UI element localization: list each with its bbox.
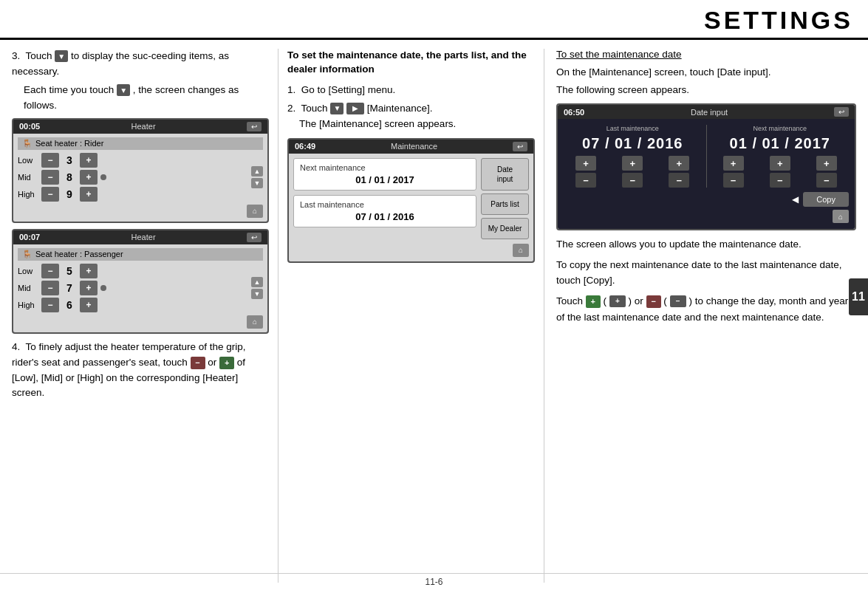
step3-text2: Each time you touch	[24, 84, 114, 95]
arrow-right-col2: ▶	[346, 103, 364, 114]
col3-para3: The screen allows you to update the main…	[556, 236, 856, 253]
last-plus-year[interactable]: +	[669, 156, 689, 171]
date-screen-header: 06:50 Date input ↩	[558, 105, 855, 119]
screen2-time: 00:07	[19, 233, 40, 241]
column-1: 3. Touch ▼ to display the suc-ceeding it…	[12, 49, 278, 583]
mid2-minus-btn[interactable]: −	[41, 281, 59, 295]
screen2-header: 00:07 Heater ↩	[13, 230, 267, 244]
next-plus-buttons: + + +	[711, 156, 850, 171]
date-screen-time: 06:50	[564, 108, 584, 117]
table-row: High − 9 +	[18, 187, 248, 202]
next-minus-month[interactable]: −	[770, 173, 790, 188]
plus-icon-inline: +	[586, 295, 601, 308]
date-input-screen: 06:50 Date input ↩ Last maintenance 07 /…	[556, 103, 856, 230]
footer: 11-6	[0, 573, 868, 590]
main-content: 3. Touch ▼ to display the suc-ceeding it…	[0, 40, 868, 589]
step3-num: 3. Touch	[12, 50, 55, 61]
col3-para4: To copy the next maintenance date to the…	[556, 257, 856, 289]
col2-section-title: To set the maintenance date, the parts l…	[287, 49, 535, 77]
scroll-down-btn-2[interactable]: ▼	[251, 289, 263, 299]
last-plus-month[interactable]: +	[622, 156, 643, 171]
seat-label-1: 🪑 Seat heater : Rider	[18, 137, 263, 150]
plus-box-inline: +	[609, 295, 626, 307]
col2-step1: 1. Go to [Setting] menu.	[287, 83, 535, 98]
maint-content: Next maintenance 01 / 01 / 2017 Last mai…	[293, 158, 529, 239]
column-2: To set the maintenance date, the parts l…	[278, 49, 544, 583]
copy-btn[interactable]: Copy	[803, 192, 849, 207]
low2-plus-btn[interactable]: +	[80, 264, 98, 278]
maint-home-row: ⌂	[293, 244, 529, 257]
mid-minus-btn[interactable]: −	[41, 170, 59, 185]
next-plus-year[interactable]: +	[816, 156, 837, 171]
date-input-btn[interactable]: Dateinput	[481, 158, 529, 191]
screen1-body: 🪑 Seat heater : Rider Low − 3 + Mid −	[13, 134, 267, 222]
screen1-rows-container: Low − 3 + Mid − 8 + H	[18, 153, 263, 202]
scroll-up-btn-2[interactable]: ▲	[251, 277, 263, 287]
home-btn-date[interactable]: ⌂	[833, 210, 849, 223]
next-minus-buttons: − − −	[711, 173, 850, 188]
last-maint-col: Last maintenance 07 / 01 / 2016 + + + − …	[564, 125, 702, 188]
scroll-up-btn[interactable]: ▲	[251, 166, 263, 176]
down-arrow-icon-2: ▼	[117, 84, 130, 96]
maint-boxes: Next maintenance 01 / 01 / 2017 Last mai…	[293, 158, 476, 239]
next-minus-year[interactable]: −	[816, 173, 837, 188]
page-title: SETTINGS	[15, 6, 853, 35]
screen2-rows: Low − 5 + Mid − 7 + H	[18, 264, 248, 312]
last-plus-buttons: + + +	[564, 156, 702, 171]
scroll-down-btn[interactable]: ▼	[251, 178, 263, 188]
maint-title: Maintenance	[391, 142, 437, 151]
home-btn-maint[interactable]: ⌂	[513, 244, 529, 257]
copy-row: ◀ Copy	[564, 192, 849, 207]
maint-back-icon: ↩	[513, 142, 527, 151]
high2-minus-btn[interactable]: −	[41, 298, 59, 312]
column-3: To set the maintenance date On the [Main…	[544, 49, 856, 583]
high-plus-btn[interactable]: +	[80, 187, 98, 202]
next-plus-month[interactable]: +	[770, 156, 790, 171]
screen1-title: Heater	[131, 122, 156, 131]
low-minus-btn[interactable]: −	[41, 153, 59, 168]
col3-section-title: To set the maintenance date	[556, 49, 856, 60]
low2-minus-btn[interactable]: −	[41, 264, 59, 278]
maint-time: 06:49	[295, 142, 315, 151]
page-header: SETTINGS	[0, 0, 868, 40]
last-plus-day[interactable]: +	[575, 156, 596, 171]
last-minus-day[interactable]: −	[575, 173, 596, 188]
home-btn-2[interactable]: ⌂	[247, 315, 263, 329]
heater-screen-2: 00:07 Heater ↩ 🪑 Seat heater : Passenger…	[12, 229, 269, 334]
low-plus-btn[interactable]: +	[80, 153, 98, 168]
mid-plus-btn[interactable]: +	[80, 170, 98, 185]
table-row: High − 6 +	[18, 298, 248, 312]
seat-icon-1: 🪑	[22, 139, 33, 148]
maint-screen-header: 06:49 Maintenance ↩	[289, 140, 533, 154]
col3-para2: The following screen appears.	[556, 82, 856, 98]
high-minus-btn[interactable]: −	[41, 187, 59, 202]
last-maint-col-label: Last maintenance	[564, 125, 702, 132]
table-row: Low − 3 +	[18, 153, 248, 168]
high2-plus-btn[interactable]: +	[80, 298, 98, 312]
next-maint-box: Next maintenance 01 / 01 / 2017	[293, 158, 476, 191]
seat-label-2: 🪑 Seat heater : Passenger	[18, 248, 263, 261]
minus-icon-inline: −	[646, 295, 661, 308]
col2-step2: 2. Touch ▼ ▶ [Maintenance].	[287, 101, 535, 117]
last-minus-buttons: − − −	[564, 173, 702, 188]
parts-list-btn[interactable]: Parts list	[481, 193, 529, 215]
date-home-row: ⌂	[564, 210, 849, 223]
home-row-2: ⌂	[18, 315, 263, 329]
table-row: Mid − 7 +	[18, 281, 248, 295]
next-plus-day[interactable]: +	[723, 156, 744, 171]
step3-line2: Each time you touch ▼ , the screen chang…	[24, 83, 269, 114]
table-row: Low − 5 +	[18, 264, 248, 278]
my-dealer-btn[interactable]: My Dealer	[481, 218, 529, 239]
minus-box-inline: −	[670, 295, 686, 307]
last-minus-year[interactable]: −	[669, 173, 689, 188]
page-number: 11-6	[425, 577, 442, 587]
plus-btn-inline: +	[219, 357, 234, 369]
next-maint-col: Next maintenance 01 / 01 / 2017 + + + − …	[711, 125, 850, 188]
step3-text: 3. Touch ▼ to display the suc-ceeding it…	[12, 49, 269, 80]
home-btn-1[interactable]: ⌂	[247, 205, 263, 218]
last-minus-month[interactable]: −	[622, 173, 643, 188]
next-minus-day[interactable]: −	[723, 173, 744, 188]
next-maint-label: Next maintenance	[300, 163, 470, 172]
mid2-plus-btn[interactable]: +	[80, 281, 98, 295]
screen2-body: 🪑 Seat heater : Passenger Low − 5 + Mid	[13, 244, 267, 332]
